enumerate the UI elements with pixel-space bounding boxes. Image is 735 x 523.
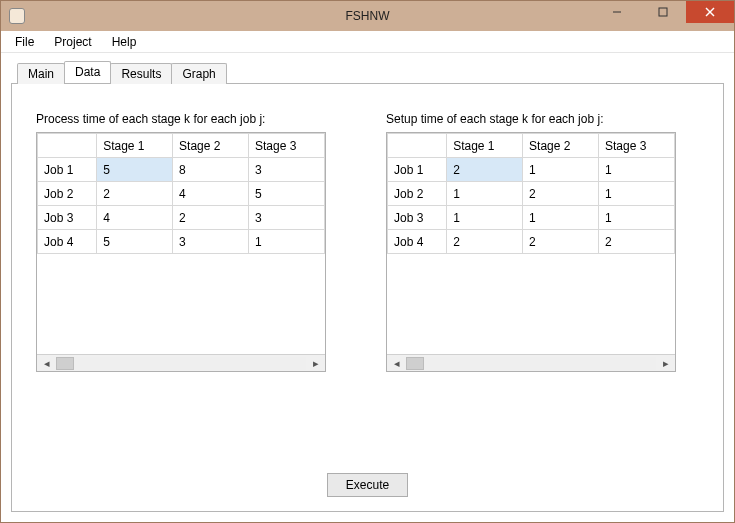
tab-strip: Main Data Results Graph	[17, 61, 724, 83]
setup-cell[interactable]: 2	[447, 230, 523, 254]
minimize-button[interactable]	[594, 1, 640, 23]
setup-cell[interactable]: 1	[523, 206, 599, 230]
process-cell[interactable]: 3	[173, 230, 249, 254]
process-cell[interactable]: 1	[249, 230, 325, 254]
process-grid[interactable]: Stage 1 Stage 2 Stage 3 Job 1 5 8	[36, 132, 326, 372]
setup-col-header[interactable]: Stage 1	[447, 134, 523, 158]
close-button[interactable]	[686, 1, 734, 23]
setup-row-header[interactable]: Job 3	[388, 206, 447, 230]
setup-grid[interactable]: Stage 1 Stage 2 Stage 3 Job 1 2 1	[386, 132, 676, 372]
setup-cell[interactable]: 1	[447, 206, 523, 230]
setup-cell[interactable]: 2	[599, 230, 675, 254]
setup-cell[interactable]: 2	[447, 158, 523, 182]
table-row: Job 3 4 2 3	[38, 206, 325, 230]
minimize-icon	[612, 7, 622, 17]
setup-table-caption: Setup time of each stage k for each job …	[386, 112, 676, 126]
scroll-track[interactable]	[56, 357, 306, 370]
process-row-header[interactable]: Job 1	[38, 158, 97, 182]
maximize-icon	[658, 7, 668, 17]
process-table: Stage 1 Stage 2 Stage 3 Job 1 5 8	[37, 133, 325, 254]
process-col-header[interactable]: Stage 3	[249, 134, 325, 158]
menu-project[interactable]: Project	[46, 33, 99, 51]
tab-graph[interactable]: Graph	[171, 63, 226, 84]
client-area: Main Data Results Graph Process time of …	[1, 53, 734, 522]
process-cell[interactable]: 8	[173, 158, 249, 182]
table-row: Job 3 1 1 1	[388, 206, 675, 230]
close-icon	[705, 7, 715, 17]
menu-file[interactable]: File	[7, 33, 42, 51]
setup-cell[interactable]: 1	[599, 182, 675, 206]
window-title: FSHNW	[346, 9, 390, 23]
setup-cell[interactable]: 1	[447, 182, 523, 206]
process-row-header[interactable]: Job 2	[38, 182, 97, 206]
execute-button[interactable]: Execute	[327, 473, 408, 497]
tab-data[interactable]: Data	[64, 61, 111, 83]
process-col-header[interactable]: Stage 2	[173, 134, 249, 158]
scroll-right-icon[interactable]: ▸	[308, 357, 323, 370]
setup-col-header-corner	[388, 134, 447, 158]
process-cell[interactable]: 2	[97, 182, 173, 206]
process-cell[interactable]: 5	[97, 230, 173, 254]
setup-cell[interactable]: 1	[599, 158, 675, 182]
tab-main[interactable]: Main	[17, 63, 65, 84]
setup-table: Stage 1 Stage 2 Stage 3 Job 1 2 1	[387, 133, 675, 254]
table-row: Job 2 2 4 5	[38, 182, 325, 206]
setup-row-header[interactable]: Job 4	[388, 230, 447, 254]
menu-bar: File Project Help	[1, 31, 734, 53]
table-row: Job 4 5 3 1	[38, 230, 325, 254]
process-cell[interactable]: 5	[249, 182, 325, 206]
process-cell[interactable]: 3	[249, 158, 325, 182]
tab-panel-data: Process time of each stage k for each jo…	[11, 83, 724, 512]
menu-help[interactable]: Help	[104, 33, 145, 51]
setup-cell[interactable]: 1	[523, 158, 599, 182]
setup-col-header[interactable]: Stage 2	[523, 134, 599, 158]
scroll-left-icon[interactable]: ◂	[39, 357, 54, 370]
setup-cell[interactable]: 1	[599, 206, 675, 230]
svg-rect-1	[659, 8, 667, 16]
table-row: Job 2 1 2 1	[388, 182, 675, 206]
process-cell[interactable]: 4	[97, 206, 173, 230]
setup-row-header[interactable]: Job 2	[388, 182, 447, 206]
process-col-header[interactable]: Stage 1	[97, 134, 173, 158]
process-row-header[interactable]: Job 3	[38, 206, 97, 230]
tab-results[interactable]: Results	[110, 63, 172, 84]
process-cell[interactable]: 4	[173, 182, 249, 206]
setup-col-header[interactable]: Stage 3	[599, 134, 675, 158]
table-row: Job 4 2 2 2	[388, 230, 675, 254]
process-scrollbar[interactable]: ◂ ▸	[37, 354, 325, 371]
setup-row-header[interactable]: Job 1	[388, 158, 447, 182]
process-row-header[interactable]: Job 4	[38, 230, 97, 254]
tables-row: Process time of each stage k for each jo…	[36, 112, 699, 372]
setup-table-block: Setup time of each stage k for each job …	[386, 112, 676, 372]
scroll-thumb[interactable]	[56, 357, 74, 370]
table-row: Job 1 2 1 1	[388, 158, 675, 182]
window-controls	[594, 1, 734, 23]
setup-scrollbar[interactable]: ◂ ▸	[387, 354, 675, 371]
table-row: Job 1 5 8 3	[38, 158, 325, 182]
maximize-button[interactable]	[640, 1, 686, 23]
process-cell[interactable]: 2	[173, 206, 249, 230]
process-cell[interactable]: 5	[97, 158, 173, 182]
footer: Execute	[36, 463, 699, 497]
process-cell[interactable]: 3	[249, 206, 325, 230]
process-table-block: Process time of each stage k for each jo…	[36, 112, 326, 372]
scroll-track[interactable]	[406, 357, 656, 370]
setup-cell[interactable]: 2	[523, 230, 599, 254]
scroll-left-icon[interactable]: ◂	[389, 357, 404, 370]
process-table-caption: Process time of each stage k for each jo…	[36, 112, 326, 126]
app-icon	[9, 8, 25, 24]
process-col-header-corner	[38, 134, 97, 158]
scroll-thumb[interactable]	[406, 357, 424, 370]
scroll-right-icon[interactable]: ▸	[658, 357, 673, 370]
setup-cell[interactable]: 2	[523, 182, 599, 206]
title-bar: FSHNW	[1, 1, 734, 31]
